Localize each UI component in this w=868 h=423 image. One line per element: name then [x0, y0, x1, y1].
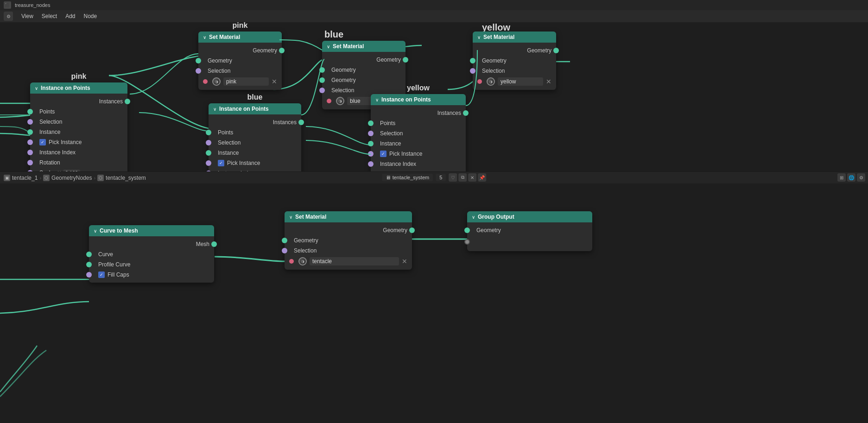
- top-right-icons: ⊞ 🌐 ⚙: [835, 171, 868, 183]
- blue-pts-sock[interactable]: [206, 130, 211, 135]
- breadcrumb-3: ⬡ tentacle_system: [97, 175, 146, 181]
- ctm-header[interactable]: ∨ Curve to Mesh: [89, 225, 214, 236]
- tentacle-material-x[interactable]: ✕: [402, 258, 407, 265]
- yellow-top-sel[interactable]: [470, 68, 475, 74]
- bc-text-3[interactable]: tentacle_system: [106, 175, 146, 181]
- copy-icon[interactable]: ⧉: [458, 173, 467, 182]
- breadcrumb-1: ▣ tentacle_1: [4, 175, 38, 181]
- center-badge: 🖥 tentacle_system: [382, 174, 433, 181]
- top-bar: ⬛ treasure_nodes: [0, 0, 868, 10]
- pink-iop-body: Instances Points Selection Instance ✓ Pi…: [30, 94, 127, 171]
- yellow-iop-body: Instances Points Selection Instance ✓ Pi…: [371, 105, 466, 171]
- pink-iop-pick-instance: ✓ Pick Instance: [30, 137, 127, 147]
- geo-in-socket[interactable]: [196, 58, 201, 63]
- sel-socket[interactable]: [196, 68, 201, 74]
- ctm-curve-socket[interactable]: [86, 252, 92, 257]
- fill-caps-checkbox[interactable]: ✓: [98, 271, 105, 278]
- ctm-profile-socket[interactable]: [86, 262, 92, 267]
- yellow-top-material-name[interactable]: yellow: [498, 77, 543, 86]
- menu-node[interactable]: Node: [80, 12, 101, 20]
- blue-pick-sock[interactable]: [206, 160, 211, 166]
- go-body: Geometry: [467, 222, 592, 251]
- rotation-socket[interactable]: [27, 160, 33, 165]
- yellow-top-material-x[interactable]: ✕: [546, 78, 551, 85]
- yellow-instances-out[interactable]: [463, 110, 469, 116]
- center-header: 🖥 tentacle_system 5 ♡ ⧉ ✕ 📌: [382, 171, 487, 183]
- sm-bottom-header[interactable]: ∨ Set Material: [285, 211, 412, 222]
- bc-sep-2: ›: [94, 175, 95, 181]
- pink-material-x[interactable]: ✕: [272, 78, 277, 85]
- ctm-mesh-socket[interactable]: [211, 241, 217, 247]
- pink-iop-header[interactable]: ∨ Instance on Points: [30, 82, 127, 94]
- sm-bottom-sel-sock[interactable]: [282, 248, 287, 253]
- blue-geo-out[interactable]: [403, 57, 408, 63]
- yellow-sm-top-header[interactable]: ∨ Set Material: [473, 32, 556, 43]
- yellow-inst[interactable]: [368, 141, 374, 146]
- blue-geo-in[interactable]: [319, 67, 325, 73]
- ctm-fill-socket[interactable]: [86, 272, 92, 278]
- pick-checkbox[interactable]: ✓: [39, 139, 46, 145]
- blue-sm-sel-in: Geometry: [322, 75, 405, 85]
- pin-icon[interactable]: 📌: [478, 173, 486, 182]
- go-header[interactable]: ∨ Group Output: [467, 211, 592, 222]
- go-empty-sock[interactable]: [464, 239, 470, 245]
- go-geo-sock[interactable]: [464, 227, 470, 233]
- points-socket[interactable]: [27, 109, 33, 114]
- sm-bottom-body: Geometry Geometry Selection ◑ tentacle ✕: [285, 222, 412, 270]
- yellow-iop-header[interactable]: ∨ Instance on Points: [371, 94, 466, 105]
- tr-icon-3[interactable]: ⚙: [857, 173, 865, 182]
- connections-svg-bottom: [0, 183, 868, 423]
- instances-output-socket[interactable]: [125, 99, 130, 104]
- bc-text-2[interactable]: GeometryNodes: [51, 175, 92, 181]
- yellow-top-geo-in[interactable]: [470, 58, 475, 63]
- blue-iop-header[interactable]: ∨ Instance on Points: [209, 103, 301, 114]
- tentacle-material-name[interactable]: tentacle: [310, 257, 399, 265]
- blue-iop-sel-sock[interactable]: [206, 140, 211, 145]
- blue-sel-socket[interactable]: [319, 88, 325, 93]
- yellow-pts[interactable]: [368, 120, 374, 126]
- pink-material-name[interactable]: pink: [223, 77, 269, 86]
- pink-material-row: ◑ pink ✕: [198, 76, 282, 87]
- yellow-pick-checkbox[interactable]: ✓: [380, 151, 386, 157]
- menu-icon-1[interactable]: ⚙: [4, 12, 13, 21]
- blue-iop-points: Points: [209, 127, 301, 138]
- menu-add[interactable]: Add: [62, 12, 79, 20]
- pink-iop-instance: Instance: [30, 127, 127, 137]
- index-socket[interactable]: [27, 150, 33, 155]
- yellow-pick[interactable]: [368, 151, 374, 157]
- sm-bottom-geo-socket[interactable]: [409, 227, 415, 233]
- menu-view[interactable]: View: [18, 12, 37, 20]
- blue-inst-sock[interactable]: [206, 150, 211, 156]
- chevron-icon: ∨: [35, 86, 38, 91]
- yellow-iop-instances: Instances: [371, 108, 466, 118]
- instance-socket[interactable]: [27, 129, 33, 135]
- close-icon[interactable]: ✕: [468, 173, 476, 182]
- pink-iop-selection: Selection: [30, 117, 127, 127]
- sm-bottom-geo-in-sock[interactable]: [282, 238, 287, 243]
- yellow-sm-top-geo-in: Geometry: [473, 56, 556, 66]
- menu-select[interactable]: Select: [38, 12, 61, 20]
- heart-icon[interactable]: ♡: [449, 173, 457, 182]
- pick-socket[interactable]: [27, 139, 33, 145]
- blue-sm-header[interactable]: ∨ Set Material: [322, 41, 405, 52]
- tr-icon-1[interactable]: ⊞: [837, 173, 846, 182]
- chevron-icon-4: ∨: [477, 35, 481, 40]
- blue-sm-geo-out: Geometry: [322, 55, 405, 65]
- material-icon-tentacle: ◑: [298, 257, 307, 265]
- bc-text-1[interactable]: tentacle_1: [12, 175, 38, 181]
- chevron-icon-3: ∨: [327, 44, 330, 49]
- pink-sm-header[interactable]: ∨ Set Material: [198, 32, 282, 43]
- chevron-icon-6: ∨: [375, 97, 379, 102]
- geo-out-socket[interactable]: [279, 48, 285, 53]
- yellow-top-geo-out[interactable]: [553, 48, 559, 53]
- tr-icon-2[interactable]: 🌐: [847, 173, 855, 182]
- selection-socket[interactable]: [27, 119, 33, 125]
- blue-pick-checkbox[interactable]: ✓: [218, 160, 224, 166]
- yellow-iop-inst: Instance: [371, 139, 466, 149]
- blue-instances-out[interactable]: [298, 120, 304, 125]
- blue-geo-in2[interactable]: [319, 77, 325, 83]
- yellow-sel[interactable]: [368, 131, 374, 136]
- yellow-idx[interactable]: [368, 161, 374, 167]
- blue-iop-sel: Selection: [209, 138, 301, 148]
- curve-to-mesh: ∨ Curve to Mesh Mesh Curve Profile Curve…: [89, 225, 214, 283]
